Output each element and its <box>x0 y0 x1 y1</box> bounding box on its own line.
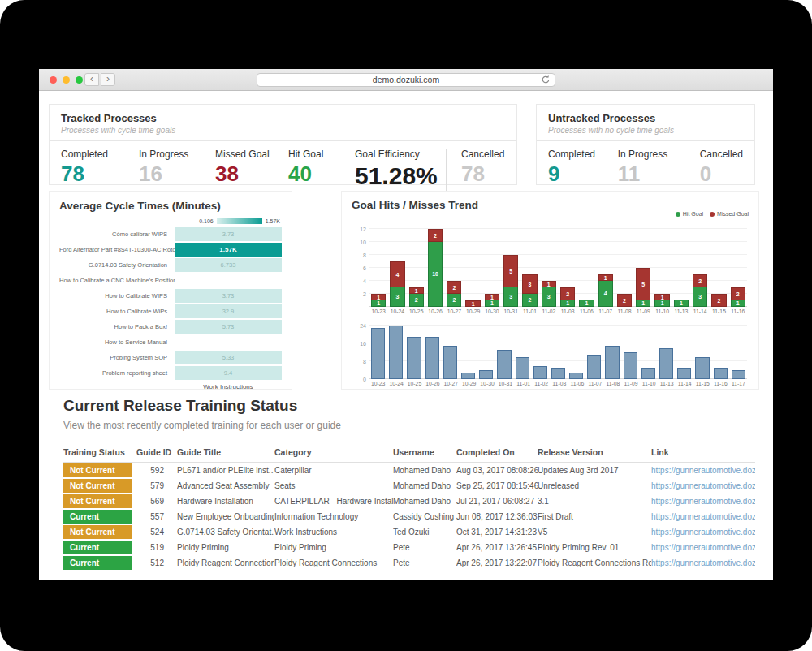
volume-bar[interactable] <box>624 352 637 379</box>
untracked-panel-subtitle: Processes with no cycle time goals <box>548 126 743 135</box>
missed-goal-segment[interactable]: 5 <box>636 268 650 300</box>
missed-goal-segment[interactable]: 2 <box>447 281 461 294</box>
guide-link[interactable]: https://gunnerautomotive.dozuki.co... <box>651 528 755 537</box>
cycle-value-cell <box>175 274 282 287</box>
status-badge: Not Current <box>63 494 132 508</box>
hit-goal-segment[interactable]: 10 <box>428 242 443 307</box>
missed-goal-segment[interactable]: 3 <box>522 274 537 294</box>
forward-button[interactable]: › <box>101 73 115 86</box>
missed-goal-segment[interactable]: 1 <box>465 300 480 307</box>
volume-bar[interactable] <box>497 350 511 379</box>
missed-goal-segment[interactable]: 1 <box>542 281 556 287</box>
close-window-button[interactable] <box>50 76 57 84</box>
cycle-value-cell[interactable]: 6.733 <box>175 258 282 272</box>
guide-link[interactable]: https://gunnerautomotive.dozuki.co... <box>651 481 755 490</box>
cycle-value-cell[interactable]: 5.73 <box>175 320 282 334</box>
hit-goal-segment[interactable]: 1 <box>674 300 689 307</box>
cycle-value-cell[interactable]: 3.73 <box>175 227 282 241</box>
hit-goal-segment[interactable]: 1 <box>485 300 499 307</box>
hit-goal-segment[interactable]: 1 <box>560 300 575 307</box>
missed-goal-segment[interactable]: 5 <box>503 255 518 287</box>
link-cell: https://gunnerautomotive.dozuki.co... <box>651 509 755 524</box>
volume-bar[interactable] <box>516 357 529 380</box>
volume-plot-area: 081624 <box>369 326 747 379</box>
volume-bar[interactable] <box>695 357 709 380</box>
volume-bar[interactable] <box>605 346 619 379</box>
zoom-window-button[interactable] <box>76 76 83 84</box>
hit-goal-segment[interactable]: 4 <box>598 281 613 307</box>
cycle-value-cell[interactable]: 3.73 <box>175 289 282 303</box>
hit-goal-segment[interactable]: 3 <box>390 287 404 307</box>
missed-goal-segment[interactable]: 1 <box>485 294 499 300</box>
guide-link[interactable]: https://gunnerautomotive.dozuki.co... <box>651 543 755 552</box>
missed-goal-segment[interactable]: 1 <box>371 294 386 300</box>
hit-goal-segment[interactable]: 1 <box>579 300 594 307</box>
x-tick-label: 11-03 <box>552 381 566 386</box>
volume-bar[interactable] <box>425 337 439 379</box>
missed-goal-segment[interactable]: 1 <box>654 294 669 300</box>
legend-item-missed-goal: Missed Goal <box>710 211 749 217</box>
hit-goal-segment[interactable]: 3 <box>693 287 707 307</box>
hit-goal-segment[interactable]: 1 <box>636 300 650 307</box>
hit-goal-segment[interactable]: 1 <box>731 300 745 307</box>
trend-bar-10-31: 53 <box>503 229 518 307</box>
guide-title-cell: PL671 and/or PLElite inst... <box>177 463 274 479</box>
missed-goal-segment[interactable]: 4 <box>390 261 404 287</box>
guide-id-cell: 512 <box>136 555 177 571</box>
hit-goal-segment[interactable]: 2 <box>409 294 424 307</box>
guide-link[interactable]: https://gunnerautomotive.dozuki.co... <box>651 558 755 567</box>
hit-goal-segment[interactable]: 3 <box>503 287 518 307</box>
volume-bar[interactable] <box>714 368 728 379</box>
stat-value: 38 <box>215 162 288 187</box>
x-tick-label: 11-07 <box>598 308 613 314</box>
volume-bar[interactable] <box>641 368 655 379</box>
cycle-value-cell[interactable]: 5.33 <box>175 351 282 364</box>
missed-goal-segment[interactable]: 1 <box>598 274 613 281</box>
missed-goal-segment[interactable]: 1 <box>409 287 424 294</box>
volume-bar[interactable] <box>569 373 583 379</box>
cycle-value-cell[interactable]: 1.57K <box>175 243 282 257</box>
guide-link[interactable]: https://gunnerautomotive.dozuki.co... <box>651 466 755 475</box>
volume-bar[interactable] <box>479 370 493 379</box>
hit-goal-segment[interactable]: 1 <box>371 300 386 307</box>
stat-hit-goal: Hit Goal40 <box>288 149 355 191</box>
volume-bar[interactable] <box>389 326 403 379</box>
guide-link[interactable]: https://gunnerautomotive.dozuki.co... <box>651 512 755 521</box>
x-tick-label: 10-29 <box>462 381 476 386</box>
minimize-window-button[interactable] <box>63 76 70 84</box>
missed-goal-segment[interactable]: 2 <box>711 294 726 307</box>
training-section-title: Current Release Training Status <box>63 397 755 415</box>
guide-link[interactable]: https://gunnerautomotive.dozuki.co... <box>651 497 755 506</box>
cycle-value-cell[interactable]: 9.4 <box>175 366 282 380</box>
missed-goal-segment[interactable]: 2 <box>560 287 575 300</box>
missed-goal-segment[interactable]: 2 <box>693 274 707 287</box>
volume-bar[interactable] <box>371 328 385 379</box>
stat-cancelled: Cancelled78 <box>446 149 505 191</box>
volume-bar[interactable] <box>533 366 547 380</box>
volume-bar[interactable] <box>677 368 691 379</box>
missed-goal-segment[interactable]: 2 <box>617 294 632 307</box>
volume-bar[interactable] <box>659 348 673 380</box>
missed-goal-segment[interactable]: 2 <box>731 287 745 300</box>
address-bar[interactable]: demo.dozuki.com <box>257 73 555 87</box>
release-version-cell: First Draft <box>538 509 651 524</box>
x-tick-label: 10-27 <box>444 381 458 386</box>
volume-bar[interactable] <box>732 370 745 379</box>
volume-bar[interactable] <box>551 368 565 379</box>
volume-bar[interactable] <box>587 355 601 379</box>
hit-goal-segment[interactable]: 1 <box>654 300 669 307</box>
trend-bar-11-13: 1 <box>674 229 689 307</box>
hit-goal-segment[interactable]: 2 <box>522 294 537 307</box>
volume-bar[interactable] <box>407 337 421 379</box>
hit-goal-segment[interactable]: 3 <box>542 287 556 307</box>
missed-goal-segment[interactable]: 2 <box>428 229 443 242</box>
hit-goal-segment[interactable]: 2 <box>447 294 461 307</box>
cycle-value-cell[interactable]: 32.9 <box>175 304 282 318</box>
training-status-cell: Current <box>63 540 136 555</box>
volume-bar[interactable] <box>443 346 457 379</box>
back-button[interactable]: ‹ <box>84 73 99 86</box>
stat-value: 9 <box>548 162 618 187</box>
volume-bar[interactable] <box>461 373 475 379</box>
status-badge: Not Current <box>63 479 132 493</box>
reload-icon[interactable] <box>540 75 551 85</box>
